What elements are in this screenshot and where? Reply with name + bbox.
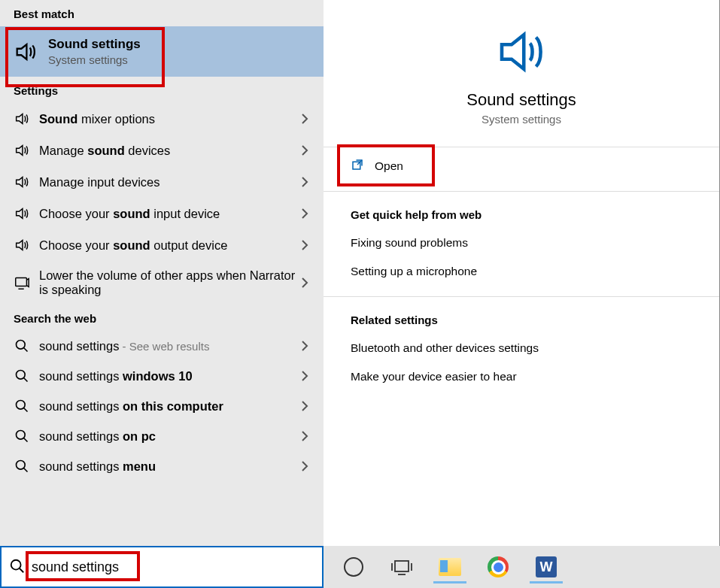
search-input[interactable] [32,559,314,575]
web-result-item[interactable]: sound settings - See web results [0,331,324,361]
chevron-right-icon [301,371,311,381]
search-icon [12,368,32,383]
preview-subtitle: System settings [339,113,704,126]
speaker-icon [12,205,32,222]
search-icon [12,399,32,414]
svg-rect-8 [395,561,409,571]
settings-results-list: Sound mixer optionsManage sound devicesM… [0,103,324,305]
open-action[interactable]: Open [324,147,719,185]
taskbar-word-button[interactable]: W [527,550,566,583]
svg-point-3 [17,401,26,410]
open-label: Open [375,159,403,173]
speaker-icon [339,23,704,81]
chevron-right-icon [301,114,311,124]
best-match-label: Best match [0,0,324,26]
chevron-right-icon [301,208,311,219]
result-label: Manage sound devices [39,144,301,158]
web-result-item[interactable]: sound settings windows 10 [0,361,324,391]
chevron-right-icon [301,277,311,288]
preview-panel: Sound settings System settings Open Get … [324,0,720,546]
speaker-icon [12,174,32,190]
taskview-icon [391,559,412,575]
result-label: sound settings - See web results [39,339,301,353]
svg-point-1 [17,341,26,350]
speaker-icon [11,39,41,65]
taskbar-chrome-button[interactable] [478,550,518,583]
narrator-icon [12,274,32,291]
folder-icon [439,558,461,576]
web-result-item[interactable]: sound settings on pc [0,421,324,451]
settings-result-item[interactable]: Manage input devices [0,166,324,198]
speaker-icon [12,237,32,253]
result-label: sound settings windows 10 [39,369,301,383]
settings-result-item[interactable]: Sound mixer options [0,103,324,135]
taskbar-taskview-button[interactable] [382,550,421,583]
quick-help-label: Get quick help from web [324,192,719,229]
chevron-right-icon [301,341,311,351]
chevron-right-icon [301,177,311,187]
web-results-list: sound settings - See web resultssound se… [0,331,324,481]
best-match-title: Sound settings [48,37,141,52]
taskbar: W [324,546,720,588]
taskbar-cortana-button[interactable] [334,550,373,583]
settings-result-item[interactable]: Choose your sound input device [0,198,324,229]
chevron-right-icon [301,401,311,411]
result-label: Manage input devices [39,175,301,189]
result-label: Sound mixer options [39,112,301,126]
web-result-item[interactable]: sound settings on this computer [0,391,324,421]
chevron-right-icon [301,240,311,250]
chevron-right-icon [301,145,311,156]
preview-title: Sound settings [339,90,704,110]
result-label: sound settings on pc [39,429,301,444]
settings-result-item[interactable]: Choose your sound output device [0,229,324,261]
search-results-panel: Best match Sound settings System setting… [0,0,324,546]
result-label: Lower the volume of other apps when Narr… [39,268,301,297]
svg-point-5 [17,461,26,470]
open-external-icon [351,158,364,174]
search-box[interactable] [0,546,324,588]
cortana-icon [344,557,363,577]
chevron-right-icon [301,431,311,441]
result-label: Choose your sound input device [39,207,301,221]
best-match-result[interactable]: Sound settings System settings [0,26,324,77]
speaker-icon [12,111,32,127]
chrome-icon [488,556,509,577]
settings-result-item[interactable]: Lower the volume of other apps when Narr… [0,261,324,305]
speaker-icon [12,142,32,159]
web-result-item[interactable]: sound settings menu [0,451,324,481]
taskbar-explorer-button[interactable] [430,550,469,583]
result-label: sound settings menu [39,459,301,474]
result-label: sound settings on this computer [39,399,301,414]
chevron-right-icon [301,461,311,471]
quick-help-link[interactable]: Setting up a microphone [324,257,719,286]
web-group-label: Search the web [0,305,324,331]
svg-point-2 [17,371,26,380]
quick-help-link[interactable]: Fixing sound problems [324,229,719,257]
best-match-subtitle: System settings [48,53,141,66]
related-settings-label: Related settings [324,297,719,334]
related-setting-link[interactable]: Bluetooth and other devices settings [324,334,719,362]
svg-point-7 [11,559,21,569]
result-label: Choose your sound output device [39,238,301,253]
word-icon: W [536,556,557,577]
search-icon [12,459,32,474]
search-icon [12,338,32,353]
search-icon [9,558,26,577]
preview-hero: Sound settings System settings [324,0,719,147]
svg-point-4 [17,431,26,440]
settings-result-item[interactable]: Manage sound devices [0,135,324,166]
bottom-bar: W [0,546,720,588]
search-icon [12,429,32,444]
svg-rect-0 [16,278,27,286]
settings-group-label: Settings [0,77,324,103]
related-setting-link[interactable]: Make your device easier to hear [324,362,719,391]
